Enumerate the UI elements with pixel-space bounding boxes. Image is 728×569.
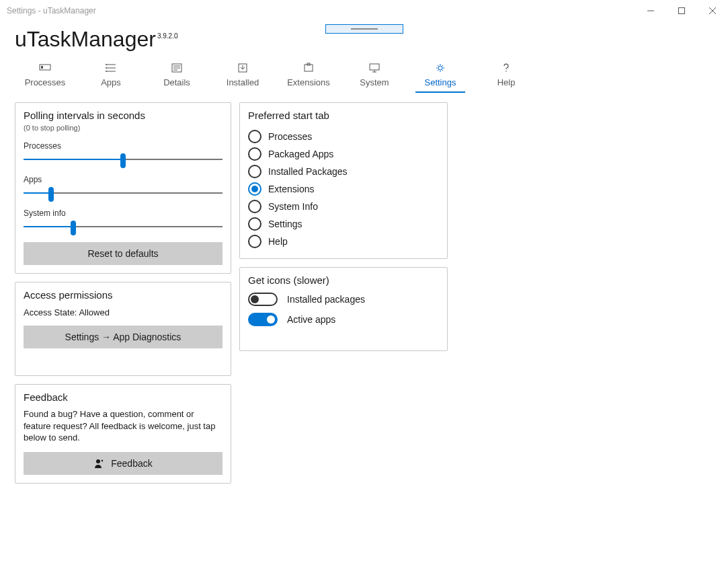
window-title: Settings - uTaskManager <box>7 6 96 15</box>
radio-label: Packaged Apps <box>268 149 333 159</box>
tab-label: System <box>360 77 389 87</box>
radio-extensions[interactable]: Extensions <box>248 180 439 198</box>
app-version: 3.9.2.0 <box>157 32 178 40</box>
svg-point-10 <box>106 67 107 69</box>
system-icon <box>368 63 380 73</box>
radio-label: Installed Packages <box>268 166 348 177</box>
access-state-label: Access State: <box>24 307 77 317</box>
radio-circle-icon <box>248 130 261 143</box>
toggle-active-label: Active apps <box>287 314 335 325</box>
radio-circle-icon <box>248 147 261 161</box>
radio-circle-icon <box>248 182 261 196</box>
tab-details[interactable]: Details <box>144 59 210 93</box>
start-tab-panel: Preferred start tab ProcessesPackaged Ap… <box>239 102 448 259</box>
tab-label: Processes <box>25 77 66 87</box>
tab-apps[interactable]: Apps <box>78 59 144 93</box>
radio-circle-icon <box>248 235 261 248</box>
apps-icon <box>105 63 117 73</box>
person-icon <box>93 458 106 469</box>
slider-system-label: System info <box>24 208 223 218</box>
header: uTaskManager3.9.2.0 <box>0 22 728 59</box>
titlebar: Settings - uTaskManager <box>0 0 728 22</box>
maximize-button[interactable] <box>666 0 697 22</box>
slider-apps-label: Apps <box>24 175 223 184</box>
tab-installed[interactable]: Installed <box>210 59 276 93</box>
svg-point-11 <box>106 71 107 72</box>
radio-installed-packages[interactable]: Installed Packages <box>248 163 439 180</box>
tab-settings[interactable]: Settings <box>407 59 473 93</box>
radio-label: Help <box>268 236 288 247</box>
close-button[interactable] <box>697 0 728 22</box>
tab-label: Extensions <box>287 77 330 87</box>
radio-label: Settings <box>268 219 302 229</box>
tab-label: Installed <box>227 77 259 87</box>
slider-system[interactable] <box>24 221 223 233</box>
app-diagnostics-button[interactable]: Settings → App Diagnostics <box>24 326 223 348</box>
icons-title: Get icons (slower) <box>248 274 439 286</box>
radio-label: Extensions <box>268 184 314 194</box>
radio-circle-icon <box>248 200 261 213</box>
svg-point-23 <box>505 71 507 72</box>
access-panel: Access permissions Access State: Allowed… <box>15 282 231 376</box>
slider-processes-label: Processes <box>24 141 223 151</box>
help-icon <box>500 63 512 73</box>
toggle-installed-packages[interactable] <box>248 293 278 306</box>
svg-point-24 <box>96 459 100 463</box>
minimize-button[interactable] <box>635 0 666 22</box>
settings-icon <box>434 63 446 73</box>
start-tab-title: Preferred start tab <box>248 110 439 121</box>
feedback-body: Found a bug? Have a question, comment or… <box>24 408 223 444</box>
radio-help[interactable]: Help <box>248 233 439 250</box>
slider-processes[interactable] <box>24 153 223 165</box>
access-title: Access permissions <box>24 289 223 301</box>
access-state-value: Allowed <box>79 307 110 317</box>
radio-settings[interactable]: Settings <box>248 215 439 233</box>
tab-system[interactable]: System <box>341 59 407 93</box>
svg-rect-19 <box>370 64 379 70</box>
svg-point-22 <box>438 66 442 70</box>
radio-packaged-apps[interactable]: Packaged Apps <box>248 145 439 163</box>
radio-circle-icon <box>248 165 261 178</box>
polling-subtitle: (0 to stop polling) <box>24 124 223 132</box>
installed-icon <box>237 63 249 73</box>
toggle-active-apps[interactable] <box>248 313 278 326</box>
reset-defaults-button[interactable]: Reset to defaults <box>24 242 223 265</box>
polling-panel: Polling intervals in seconds (0 to stop … <box>15 102 231 274</box>
tab-extensions[interactable]: Extensions <box>276 59 341 93</box>
polling-title: Polling intervals in seconds <box>24 110 223 121</box>
feedback-panel: Feedback Found a bug? Have a question, c… <box>15 384 231 484</box>
details-icon <box>171 63 183 73</box>
tab-label: Details <box>163 77 190 87</box>
processes-icon <box>39 63 51 73</box>
app-name: uTaskManager <box>15 27 156 52</box>
radio-system-info[interactable]: System Info <box>248 198 439 215</box>
tab-help[interactable]: Help <box>473 59 539 93</box>
tab-label: Help <box>497 77 516 87</box>
feedback-button[interactable]: Feedback <box>24 452 223 475</box>
grip-handle-icon[interactable] <box>325 24 403 34</box>
toggle-installed-label: Installed packages <box>287 294 365 305</box>
tab-label: Settings <box>425 77 456 87</box>
radio-circle-icon <box>248 217 261 231</box>
feedback-title: Feedback <box>24 391 223 403</box>
svg-point-9 <box>106 64 107 65</box>
svg-rect-1 <box>679 8 685 14</box>
svg-rect-5 <box>41 66 43 69</box>
radio-processes[interactable]: Processes <box>248 128 439 145</box>
icons-panel: Get icons (slower) Installed packages Ac… <box>239 267 448 351</box>
tabs: Processes Apps Details Installed Extensi… <box>0 59 728 93</box>
slider-apps[interactable] <box>24 187 223 199</box>
extensions-icon <box>302 63 315 73</box>
tab-processes[interactable]: Processes <box>12 59 78 93</box>
svg-point-25 <box>102 459 104 461</box>
radio-label: System Info <box>268 201 318 212</box>
tab-label: Apps <box>101 77 121 87</box>
radio-label: Processes <box>268 131 312 142</box>
